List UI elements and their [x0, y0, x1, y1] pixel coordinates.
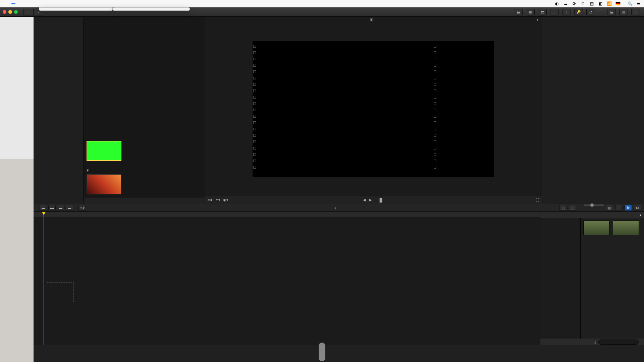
wifi-icon[interactable]: 📶 [606, 1, 612, 6]
timeline-back-btn[interactable]: ‹ [335, 206, 336, 210]
tl-tool[interactable]: ⬚ [569, 205, 576, 211]
empty-clip-slot[interactable] [47, 282, 74, 302]
clip-thumb[interactable] [87, 174, 121, 194]
inspector-panel [542, 17, 644, 204]
effect-thumb[interactable] [583, 221, 609, 236]
timeline-ruler[interactable] [34, 212, 540, 218]
toolbar-btn[interactable]: ⬓ [514, 9, 523, 15]
viewer-tool[interactable]: ◉▾ [223, 198, 228, 202]
edit-tool[interactable]: ▬ [57, 205, 64, 211]
tl-tool[interactable]: ☰ [615, 205, 623, 211]
transitions-btn[interactable]: ⋈ [634, 205, 641, 211]
tl-tool[interactable]: ⬚ [559, 205, 567, 211]
import-btn[interactable]: ↓ [562, 9, 571, 15]
effects-btn[interactable]: fx [625, 205, 632, 211]
menu-clip[interactable] [46, 3, 50, 4]
status-icon[interactable]: ◧ [598, 1, 603, 6]
status-icon[interactable]: ⟳ [572, 1, 577, 6]
status-icon[interactable]: ☁︎ [563, 1, 568, 6]
share-btn[interactable]: ⤴ [631, 9, 640, 15]
clip-browser: ▼ [84, 17, 205, 204]
status-icon[interactable]: ⊙ [580, 1, 586, 6]
menu-markieren[interactable] [38, 3, 42, 4]
status-icon[interactable]: ▤ [589, 1, 594, 6]
status-icon[interactable]: ◐ [554, 1, 559, 6]
finder-sidebar [0, 17, 34, 159]
play-btn[interactable]: ▶ [369, 198, 372, 202]
effects-installed[interactable]: ▾ [640, 213, 641, 217]
browser-footer [84, 197, 205, 204]
prev-frame-btn[interactable]: ◀ [363, 198, 366, 202]
menu-darstellung[interactable] [64, 3, 68, 4]
toolbar-btn[interactable]: ▤ [619, 9, 628, 15]
window-traffic-lights[interactable] [3, 10, 18, 14]
tl-tool[interactable]: ▤ [606, 205, 613, 211]
next-frame-btn[interactable]: ▐▌ [378, 198, 384, 202]
edit-tool[interactable]: ▬ [66, 205, 73, 211]
playhead[interactable] [44, 212, 44, 345]
menu-ablage-dropdown [39, 7, 113, 11]
spotlight-icon[interactable]: 🔍 [627, 1, 633, 6]
select-tool[interactable]: ↖▾ [78, 205, 86, 211]
library-sidebar [34, 17, 84, 204]
clip-thumb[interactable] [87, 141, 121, 161]
macos-dock [319, 343, 325, 361]
menu-aendern[interactable] [55, 3, 59, 4]
macos-menubar: ◐ ☁︎ ⟳ ⊙ ▤ ◧ 📶 🇩🇪 🔍 ☰ [0, 0, 644, 7]
timeline-header: ▬ ▬ ▬ ▬ ↖▾ ‹ ⬚ ⬚ ▤ ☰ fx ⋈ [34, 204, 644, 212]
tl-slider[interactable] [584, 204, 604, 206]
menu-ablage[interactable] [11, 3, 15, 4]
fullscreen-btn[interactable]: ⛶ [535, 198, 539, 202]
edit-tool[interactable]: ▬ [40, 205, 47, 211]
toolbar-btn[interactable]: ▦ [526, 9, 535, 15]
toolbar-btn[interactable]: ⬓ [607, 9, 616, 15]
notification-icon[interactable]: ☰ [636, 1, 641, 6]
date-header[interactable]: ▼ [86, 168, 91, 172]
effect-thumb[interactable] [613, 221, 639, 236]
toolbar-btn[interactable]: ⋯ [550, 9, 559, 15]
timeline[interactable] [34, 212, 540, 345]
menu-trimmen[interactable] [29, 3, 33, 4]
effects-panel: ▾ ⬚ [540, 212, 644, 345]
edit-tool[interactable]: ▬ [48, 205, 56, 211]
fx-tool[interactable]: ⬚ [593, 340, 596, 344]
keyword-btn[interactable]: 🔑 [574, 9, 583, 15]
viewer-title-icon: ▣ [370, 18, 373, 21]
flag-icon[interactable]: 🇩🇪 [615, 1, 621, 6]
menu-hilfe[interactable] [81, 3, 85, 4]
effects-search[interactable] [598, 340, 639, 345]
toolbar-btn[interactable]: ⬒ [538, 9, 547, 15]
menu-bearbeiten[interactable] [20, 3, 24, 4]
viewer-tool[interactable]: ▭▾ [207, 198, 213, 202]
viewer-canvas[interactable] [253, 41, 494, 177]
menu-fenster[interactable] [72, 3, 76, 4]
viewer-tool[interactable]: ✦▾ [215, 198, 220, 202]
bg-tasks-btn[interactable]: ◔ [586, 9, 595, 15]
submenu-neu [113, 7, 190, 11]
viewer: ▣ ▾ ▭▾ ✦▾ ◉▾ ◀ ▶ ▐▌ ⛶ [205, 17, 542, 204]
